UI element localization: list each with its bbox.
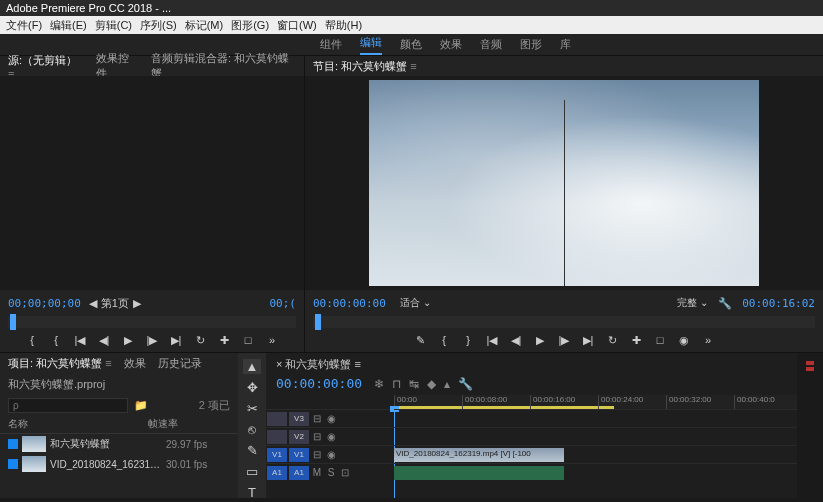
transport-button[interactable]: ◀| xyxy=(509,333,523,347)
source-timecode-in[interactable]: 00;00;00;00 xyxy=(8,297,81,310)
track-source-button[interactable]: A1 xyxy=(267,466,287,480)
transport-button[interactable]: ◀| xyxy=(97,333,111,347)
track-toggle-icon[interactable]: ◉ xyxy=(324,413,338,424)
program-playhead-icon[interactable] xyxy=(315,314,321,330)
timeline-ruler[interactable]: 00:0000:00:08:0000:00:16:0000:00:24:0000… xyxy=(394,395,797,409)
item-checkbox[interactable] xyxy=(8,459,18,469)
workspace-tab[interactable]: 颜色 xyxy=(400,37,422,52)
transport-button[interactable]: |▶ xyxy=(145,333,159,347)
track-bodies[interactable]: VID_20180824_162319.mp4 [V] [-100 xyxy=(394,409,797,498)
timeline-timecode[interactable]: 00:00:00:00 xyxy=(276,376,362,391)
program-monitor[interactable] xyxy=(305,76,823,290)
menu-item[interactable]: 标记(M) xyxy=(183,18,226,32)
track-toggle-icon[interactable]: ⊟ xyxy=(310,449,324,460)
source-monitor[interactable] xyxy=(0,76,304,290)
transport-button[interactable]: ▶| xyxy=(169,333,183,347)
transport-button[interactable]: ✚ xyxy=(217,333,231,347)
transport-button[interactable]: ↻ xyxy=(193,333,207,347)
tool-button[interactable]: ✥ xyxy=(243,380,261,395)
tool-button[interactable]: ✂ xyxy=(243,401,261,416)
program-tab[interactable]: 节目: 和六莫钓蝶蟹 xyxy=(313,59,417,74)
track-toggle-icon[interactable]: ⊡ xyxy=(338,467,352,478)
fit-dropdown[interactable]: 适合 xyxy=(400,296,431,310)
track-target-button[interactable]: V3 xyxy=(289,412,309,426)
transport-button[interactable]: } xyxy=(461,333,475,347)
audio-clip[interactable] xyxy=(394,466,564,480)
transport-button[interactable]: ↻ xyxy=(605,333,619,347)
transport-button[interactable]: { xyxy=(25,333,39,347)
program-timecode-out[interactable]: 00:00:16:02 xyxy=(742,297,815,310)
workspace-tab[interactable]: 编辑 xyxy=(360,35,382,55)
project-item[interactable]: VID_20180824_162319.mp430.01 fps xyxy=(8,454,230,474)
transport-button[interactable]: □ xyxy=(241,333,255,347)
timeline-toggle-icon[interactable]: ⊓ xyxy=(392,377,401,391)
menu-item[interactable]: 帮助(H) xyxy=(323,18,364,32)
tool-button[interactable]: ✎ xyxy=(243,443,261,458)
project-search-input[interactable] xyxy=(8,398,128,413)
track-toggle-icon[interactable]: ◉ xyxy=(324,449,338,460)
transport-button[interactable]: { xyxy=(49,333,63,347)
transport-button[interactable]: { xyxy=(437,333,451,347)
video-clip[interactable]: VID_20180824_162319.mp4 [V] [-100 xyxy=(394,448,564,462)
project-panel-tab[interactable]: 历史记录 xyxy=(158,356,202,371)
track-body[interactable]: VID_20180824_162319.mp4 [V] [-100 xyxy=(394,445,797,463)
track-toggle-icon[interactable]: ⊟ xyxy=(310,431,324,442)
menu-item[interactable]: 文件(F) xyxy=(4,18,44,32)
bin-icon[interactable]: 📁 xyxy=(134,399,148,412)
track-body[interactable] xyxy=(394,463,797,481)
workspace-tab[interactable]: 效果 xyxy=(440,37,462,52)
transport-button[interactable]: ✎ xyxy=(413,333,427,347)
tool-button[interactable]: ▲ xyxy=(243,359,261,374)
transport-button[interactable]: » xyxy=(265,333,279,347)
track-target-button[interactable]: V2 xyxy=(289,430,309,444)
tool-button[interactable]: ▭ xyxy=(243,464,261,479)
transport-button[interactable]: |◀ xyxy=(485,333,499,347)
menu-item[interactable]: 序列(S) xyxy=(138,18,179,32)
track-source-button[interactable] xyxy=(267,430,287,444)
track-toggle-icon[interactable]: ⊟ xyxy=(310,413,324,424)
workspace-tab[interactable]: 图形 xyxy=(520,37,542,52)
transport-button[interactable]: □ xyxy=(653,333,667,347)
transport-button[interactable]: ▶| xyxy=(581,333,595,347)
transport-button[interactable]: |▶ xyxy=(557,333,571,347)
wrench-icon[interactable]: 🔧 xyxy=(718,297,732,310)
track-body[interactable] xyxy=(394,409,797,427)
timeline-tab[interactable]: × 和六莫钓蝶蟹 ≡ xyxy=(266,353,797,376)
project-panel-tab[interactable]: 效果 xyxy=(124,356,146,371)
pager-prev-icon[interactable]: ◀ xyxy=(87,297,99,310)
project-panel-tab[interactable]: 项目: 和六莫钓蝶蟹 xyxy=(8,356,112,371)
source-ruler[interactable] xyxy=(8,316,296,328)
transport-button[interactable]: ◉ xyxy=(677,333,691,347)
source-timecode-out[interactable]: 00;( xyxy=(270,297,297,310)
menu-item[interactable]: 图形(G) xyxy=(229,18,271,32)
tool-button[interactable]: T xyxy=(243,485,261,500)
track-toggle-icon[interactable]: M xyxy=(310,467,324,478)
timeline-toggle-icon[interactable]: ▴ xyxy=(444,377,450,391)
timeline-toggle-icon[interactable]: ↹ xyxy=(409,377,419,391)
track-source-button[interactable] xyxy=(267,412,287,426)
timeline-toggle-icon[interactable]: ◆ xyxy=(427,377,436,391)
pager-next-icon[interactable]: ▶ xyxy=(131,297,143,310)
col-framerate[interactable]: 帧速率 xyxy=(148,417,178,431)
transport-button[interactable]: |◀ xyxy=(73,333,87,347)
track-body[interactable] xyxy=(394,427,797,445)
timeline-toggle-icon[interactable]: ❄ xyxy=(374,377,384,391)
track-toggle-icon[interactable]: ◉ xyxy=(324,431,338,442)
track-source-button[interactable]: V1 xyxy=(267,448,287,462)
full-dropdown[interactable]: 完整 xyxy=(677,296,708,310)
menu-item[interactable]: 编辑(E) xyxy=(48,18,89,32)
track-target-button[interactable]: A1 xyxy=(289,466,309,480)
track-target-button[interactable]: V1 xyxy=(289,448,309,462)
workspace-tab[interactable]: 库 xyxy=(560,37,571,52)
menu-item[interactable]: 剪辑(C) xyxy=(93,18,134,32)
col-name[interactable]: 名称 xyxy=(8,417,148,431)
transport-button[interactable]: ▶ xyxy=(121,333,135,347)
tool-button[interactable]: ⎋ xyxy=(243,422,261,437)
transport-button[interactable]: ▶ xyxy=(533,333,547,347)
project-item[interactable]: 和六莫钓蝶蟹29.97 fps xyxy=(8,434,230,454)
program-ruler[interactable] xyxy=(313,316,815,328)
item-checkbox[interactable] xyxy=(8,439,18,449)
transport-button[interactable]: ✚ xyxy=(629,333,643,347)
menu-item[interactable]: 窗口(W) xyxy=(275,18,319,32)
transport-button[interactable]: » xyxy=(701,333,715,347)
